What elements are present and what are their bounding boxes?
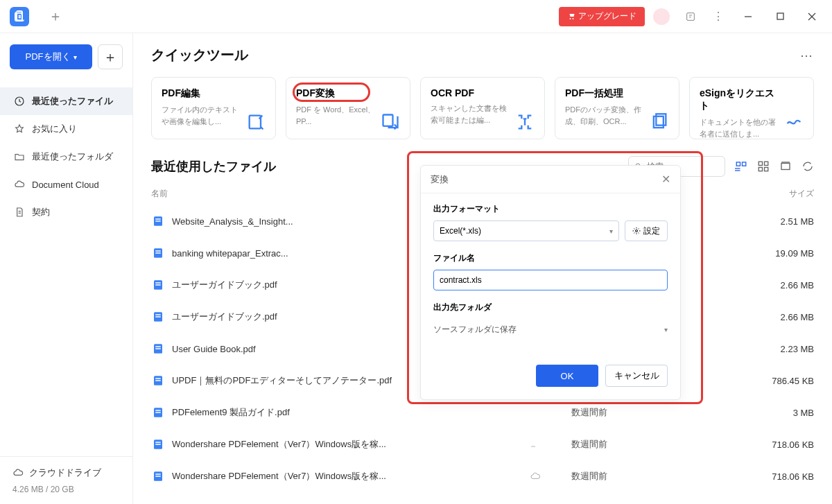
tool-card-icon xyxy=(650,112,669,132)
titlebar: ＋ アップグレード ⋮ xyxy=(0,0,832,33)
pdf-file-icon xyxy=(151,437,165,451)
tool-card[interactable]: OCR PDF スキャンした文書を検索可能または編... xyxy=(420,77,545,139)
svg-rect-16 xyxy=(759,162,762,165)
pdf-file-icon xyxy=(151,342,165,356)
svg-rect-23 xyxy=(155,218,161,220)
folder-value: ソースフォルダに保存 xyxy=(433,324,517,336)
svg-rect-35 xyxy=(155,346,161,347)
sidebar-item-favorites[interactable]: お気に入り xyxy=(0,115,132,143)
more-icon[interactable]: ⋯ xyxy=(800,48,814,63)
file-row[interactable]: Wondershare PDFelement（Ver7）Windows版を稼..… xyxy=(151,428,814,460)
tool-card[interactable]: eSignをリクエスト ドキュメントを他の署名者に送信しま... xyxy=(689,77,814,139)
tool-card-icon xyxy=(246,112,266,132)
svg-rect-45 xyxy=(155,444,161,445)
cloud-icon xyxy=(12,467,24,478)
upgrade-label: アップグレード xyxy=(578,10,636,22)
sidebar-item-recent-files[interactable]: 最近使ったファイル xyxy=(0,87,132,115)
file-row[interactable]: PDFelement9 製品ガイド.pdf 数週間前 3 MB xyxy=(151,397,814,428)
cloud-icon xyxy=(14,179,25,190)
svg-rect-32 xyxy=(155,314,161,315)
storage-text: 4.26 MB / 20 GB xyxy=(12,485,120,494)
sidebar-item-label: 契約 xyxy=(32,206,50,218)
tool-card-title: PDF編集 xyxy=(162,87,245,100)
convert-dialog: 変換 ✕ 出力フォーマット Excel(*.xls) ▾ 設定 ファイル名 xyxy=(420,165,681,400)
user-avatar[interactable] xyxy=(653,8,670,25)
svg-point-49 xyxy=(636,230,638,232)
svg-rect-30 xyxy=(155,284,161,286)
tool-card-icon xyxy=(515,112,535,132)
file-size: 786.45 KB xyxy=(745,376,814,386)
folder-label: 出力先フォルダ xyxy=(433,302,668,313)
tool-card-title: OCR PDF xyxy=(431,87,514,98)
file-size: 3 MB xyxy=(745,408,814,418)
add-button[interactable]: ＋ xyxy=(98,44,123,69)
sidebar-item-document-cloud[interactable]: Document Cloud xyxy=(0,171,132,198)
tool-card[interactable]: PDF編集 ファイル内のテキストや画像を編集し... xyxy=(151,77,276,139)
svg-rect-42 xyxy=(155,412,161,413)
grid-view-icon[interactable] xyxy=(757,160,770,173)
tool-card-icon xyxy=(784,112,804,132)
sidebar-item-recent-folders[interactable]: 最近使ったフォルダ xyxy=(0,143,132,171)
refresh-icon[interactable] xyxy=(801,160,814,173)
sidebar: PDFを開く ▾ ＋ 最近使ったファイル お気に入り 最近使ったフォルダ Doc… xyxy=(0,33,133,504)
cloud-drive[interactable]: クラウドドライブ xyxy=(12,467,120,479)
svg-rect-19 xyxy=(765,168,768,171)
svg-rect-48 xyxy=(155,476,161,477)
notes-icon[interactable] xyxy=(678,4,703,29)
svg-rect-7 xyxy=(383,115,393,126)
maximize-button[interactable] xyxy=(765,4,795,29)
tool-card[interactable]: PDF一括処理 PDFのバッチ変換、作成、印刷、OCR... xyxy=(555,77,679,139)
file-cloud-icon xyxy=(530,439,571,450)
svg-rect-17 xyxy=(765,162,768,165)
upgrade-button[interactable]: アップグレード xyxy=(559,7,645,26)
dialog-settings-button[interactable]: 設定 xyxy=(625,220,668,241)
pdf-file-icon xyxy=(151,278,165,292)
filename-input[interactable] xyxy=(433,270,668,290)
file-name: Wondershare PDFelement（Ver7）Windows版を稼..… xyxy=(172,438,530,451)
sidebar-item-label: 最近使ったフォルダ xyxy=(32,150,113,163)
open-pdf-button[interactable]: PDFを開く ▾ xyxy=(10,44,92,69)
file-cloud-icon xyxy=(530,471,571,482)
folder-select[interactable]: ソースフォルダに保存 ▾ xyxy=(433,319,668,340)
dialog-cancel-button[interactable]: キャンセル xyxy=(605,365,668,387)
file-size: 2.66 MB xyxy=(745,280,814,290)
svg-rect-24 xyxy=(155,220,161,222)
svg-rect-47 xyxy=(155,473,161,475)
svg-rect-13 xyxy=(743,162,746,166)
format-select[interactable]: Excel(*.xls) ▾ xyxy=(433,220,619,241)
file-row[interactable]: Wondershare PDFelement（Ver7）Windows版を稼..… xyxy=(151,460,814,492)
file-date: 数週間前 xyxy=(571,406,745,419)
kebab-icon[interactable]: ⋮ xyxy=(706,4,731,29)
svg-rect-12 xyxy=(736,162,740,166)
pdf-file-icon xyxy=(151,310,165,324)
minimize-button[interactable] xyxy=(734,4,763,29)
dialog-close-button[interactable]: ✕ xyxy=(661,173,670,186)
svg-rect-29 xyxy=(155,282,161,284)
close-button[interactable] xyxy=(797,4,826,29)
pdf-file-icon xyxy=(151,406,165,419)
dialog-ok-button[interactable]: OK xyxy=(536,365,598,387)
main-content: クイックツール ⋯ PDF編集 ファイル内のテキストや画像を編集し... PDF… xyxy=(133,33,832,504)
format-label: 出力フォーマット xyxy=(433,203,668,215)
tool-card-title: PDF変換 xyxy=(296,87,379,100)
tool-card[interactable]: PDF変換 PDF を Word、Excel、PP... xyxy=(286,77,410,139)
recent-title: 最近使用したファイル xyxy=(151,158,276,175)
app-logo xyxy=(10,7,29,26)
new-tab-button[interactable]: ＋ xyxy=(46,7,65,26)
list-view-icon[interactable] xyxy=(735,160,747,173)
chevron-down-icon: ▾ xyxy=(609,227,613,235)
folder-icon xyxy=(14,151,25,162)
tool-card-desc: PDFのバッチ変換、作成、印刷、OCR... xyxy=(565,104,648,127)
tool-card-title: PDF一括処理 xyxy=(565,87,648,100)
col-size: サイズ xyxy=(745,188,814,200)
sort-icon[interactable] xyxy=(779,160,792,173)
sidebar-item-label: 最近使ったファイル xyxy=(32,95,113,107)
svg-rect-41 xyxy=(155,410,161,411)
sidebar-item-label: Document Cloud xyxy=(32,180,99,190)
open-pdf-label: PDFを開く xyxy=(26,51,71,63)
settings-label: 設定 xyxy=(643,225,660,237)
file-size: 718.06 KB xyxy=(745,440,814,450)
sidebar-item-contract[interactable]: 契約 xyxy=(0,198,132,226)
pdf-file-icon xyxy=(151,374,165,388)
tool-card-title: eSignをリクエスト xyxy=(700,87,784,112)
